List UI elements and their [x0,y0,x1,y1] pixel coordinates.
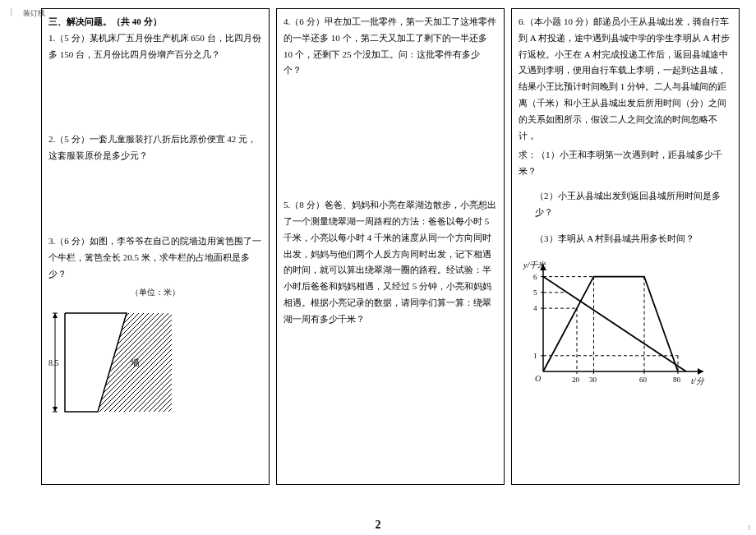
binding-mark: — [8,8,16,16]
figure1-unit: （单位：米） [48,285,262,300]
svg-text:30: 30 [589,376,597,384]
figure-distance-time-chart: O 20 30 60 80 1 4 5 6 y/千米 t/分 [519,256,716,388]
svg-text:60: 60 [639,376,648,384]
figure1-wall-label: 墙 [130,357,140,367]
svg-text:6: 6 [533,273,537,281]
column-1: 三、解决问题。（共 40 分） 1.（5 分）某机床厂五月份生产机床 650 台… [41,8,270,485]
svg-text:t/分: t/分 [691,376,705,385]
figure1-height-label: 8.5 [48,358,59,367]
svg-text:1: 1 [533,352,537,360]
question-4: 4.（6 分）甲在加工一批零件，第一天加工了这堆零件的一半还多 10 个，第二天… [284,14,497,79]
svg-marker-5 [53,407,58,412]
svg-marker-7 [698,368,703,375]
question-2: 2.（5 分）一套儿童服装打八折后比原价便宜 42 元，这套服装原价是多少元？ [48,131,262,164]
question-6-body: 6.（本小题 10 分）邮递员小王从县城出发，骑自行车到 A 村投递，途中遇到县… [519,14,732,144]
question-5: 5.（8 分）爸爸、妈妈和小亮在翠湖边散步，小亮想出了一个测量绕翠湖一周路程的方… [284,197,497,327]
svg-text:y/千米: y/千米 [523,261,546,270]
svg-line-37 [543,277,686,371]
svg-text:20: 20 [572,376,580,384]
svg-text:4: 4 [533,304,537,312]
page-layout: 三、解决问题。（共 40 分） 1.（5 分）某机床厂五月份生产机床 650 台… [0,0,756,510]
question-6-sub2: （2）小王从县城出发到返回县城所用时间是多少？ [535,188,732,221]
question-6-sub1: 求：（1）小王和李明第一次遇到时，距县城多少千米？ [519,147,732,180]
column-3: 6.（本小题 10 分）邮递员小王从县城出发，骑自行车到 A 村投递，途中遇到县… [511,8,740,485]
figure-fence: 8.5 墙 [48,305,180,420]
question-6-sub3: （3）李明从 A 村到县城共用多长时间？ [535,231,732,247]
column-2: 4.（6 分）甲在加工一批零件，第一天加工了这堆零件的一半还多 10 个，第二天… [276,8,505,485]
question-1: 1.（5 分）某机床厂五月份生产机床 650 台，比四月份多 150 台，五月份… [48,30,262,63]
binding-label: 装订线 [23,8,45,19]
section-title: 三、解决问题。（共 40 分） [48,14,262,30]
svg-marker-4 [53,313,58,318]
svg-text:80: 80 [673,376,681,384]
svg-text:5: 5 [533,288,537,297]
page-number: 2 [376,519,381,532]
corner-number: 1 [748,523,752,532]
question-3: 3.（6 分）如图，李爷爷在自己的院墙边用篱笆围了一个牛栏，篱笆全长 20.5 … [48,233,262,282]
svg-text:O: O [535,374,541,383]
